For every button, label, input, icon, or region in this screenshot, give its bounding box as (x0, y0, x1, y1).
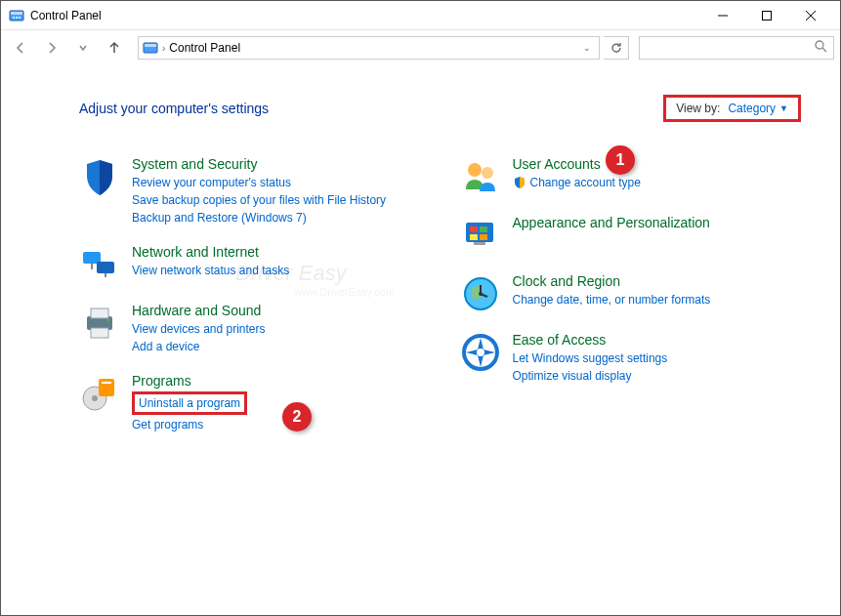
category-network: Network and Internet View network status… (79, 244, 421, 285)
svg-rect-19 (91, 328, 108, 338)
view-by-value: Category (728, 102, 776, 115)
ease-access-icon (460, 332, 501, 373)
nav-bar: › Control Panel ⌄ (1, 30, 840, 65)
svg-point-26 (482, 167, 493, 179)
svg-point-3 (16, 17, 18, 19)
svg-rect-23 (99, 379, 114, 396)
change-account-type-link[interactable]: Change account type (530, 174, 641, 191)
recent-dropdown[interactable] (69, 34, 97, 62)
programs-icon (79, 373, 120, 414)
right-column: User Accounts Change account type (460, 156, 802, 451)
refresh-icon (610, 41, 623, 55)
svg-rect-24 (102, 382, 111, 384)
category-hardware: Hardware and Sound View devices and prin… (79, 303, 421, 355)
change-date-time-link[interactable]: Change date, time, or number formats (513, 291, 802, 308)
svg-point-25 (468, 163, 482, 177)
devices-printers-link[interactable]: View devices and printers (132, 320, 421, 338)
review-status-link[interactable]: Review your computer's status (132, 174, 421, 191)
close-button[interactable] (788, 1, 832, 30)
svg-rect-32 (474, 242, 485, 245)
clock-icon (460, 273, 501, 314)
minimize-icon (718, 11, 728, 21)
svg-rect-18 (91, 308, 108, 318)
category-system-security: System and Security Review your computer… (79, 156, 421, 226)
svg-rect-6 (762, 11, 771, 20)
svg-rect-1 (11, 12, 22, 15)
uninstall-program-link[interactable]: Uninstall a program (132, 391, 247, 415)
breadcrumb-chevron-icon: › (162, 43, 165, 54)
back-arrow-icon (13, 40, 28, 56)
backup-restore-link[interactable]: Backup and Restore (Windows 7) (132, 209, 421, 226)
up-button[interactable] (101, 34, 128, 62)
svg-point-2 (13, 17, 15, 19)
chevron-down-icon: ▼ (779, 103, 788, 113)
forward-button[interactable] (38, 34, 65, 62)
category-appearance: Appearance and Personalization (460, 215, 802, 256)
svg-rect-29 (480, 226, 487, 232)
close-icon (806, 11, 816, 21)
svg-point-20 (107, 319, 110, 322)
refresh-button[interactable] (604, 36, 629, 60)
svg-rect-14 (97, 262, 114, 273)
annotation-1: 1 (606, 145, 635, 175)
up-arrow-icon (106, 40, 122, 56)
windows-suggest-link[interactable]: Let Windows suggest settings (513, 349, 802, 367)
shield-icon (79, 156, 120, 197)
window-title: Control Panel (30, 9, 102, 22)
svg-rect-30 (470, 234, 478, 240)
back-button[interactable] (7, 34, 34, 62)
search-icon (815, 40, 827, 56)
clock-region-link[interactable]: Clock and Region (513, 273, 802, 289)
title-bar: Control Panel (1, 1, 840, 30)
svg-point-38 (477, 349, 484, 356)
user-accounts-link[interactable]: User Accounts (513, 156, 802, 172)
category-clock: Clock and Region Change date, time, or n… (460, 273, 802, 314)
svg-rect-10 (145, 44, 156, 47)
network-internet-link[interactable]: Network and Internet (132, 244, 421, 260)
breadcrumb-text[interactable]: Control Panel (169, 41, 240, 55)
minimize-button[interactable] (700, 1, 744, 30)
category-ease-access: Ease of Access Let Windows suggest setti… (460, 332, 802, 385)
content-area: Driver Easy www.DriverEasy.com Adjust yo… (1, 65, 840, 471)
network-status-link[interactable]: View network status and tasks (132, 262, 421, 279)
svg-point-4 (19, 17, 21, 19)
ease-access-link[interactable]: Ease of Access (513, 332, 802, 348)
search-box[interactable] (639, 36, 834, 60)
view-by-control: View by: Category ▼ (663, 95, 801, 122)
svg-rect-28 (470, 226, 478, 232)
page-title: Adjust your computer's settings (79, 101, 269, 116)
shield-small-icon (513, 176, 526, 189)
optimize-display-link[interactable]: Optimize visual display (513, 367, 802, 385)
system-security-link[interactable]: System and Security (132, 156, 421, 172)
add-device-link[interactable]: Add a device (132, 338, 421, 355)
breadcrumb-dropdown[interactable]: ⌄ (579, 43, 595, 53)
control-panel-small-icon (143, 40, 158, 56)
appearance-link[interactable]: Appearance and Personalization (513, 215, 802, 230)
printer-icon (79, 303, 120, 344)
maximize-button[interactable] (744, 1, 788, 30)
chevron-down-icon (78, 43, 88, 53)
appearance-icon (460, 215, 501, 256)
svg-line-12 (822, 48, 826, 52)
breadcrumb[interactable]: › Control Panel ⌄ (138, 36, 600, 60)
control-panel-icon (9, 8, 24, 23)
maximize-icon (762, 11, 772, 21)
view-by-label: View by: (676, 102, 720, 115)
user-accounts-icon (460, 156, 501, 197)
search-input[interactable] (646, 41, 815, 55)
annotation-2: 2 (282, 402, 312, 431)
get-programs-link[interactable]: Get programs (132, 416, 421, 433)
forward-arrow-icon (44, 40, 60, 56)
view-by-dropdown[interactable]: Category ▼ (728, 102, 788, 115)
programs-link[interactable]: Programs (132, 373, 421, 389)
svg-rect-31 (480, 234, 487, 240)
svg-point-11 (816, 41, 823, 49)
network-icon (79, 244, 120, 285)
left-column: System and Security Review your computer… (79, 156, 421, 451)
file-history-link[interactable]: Save backup copies of your files with Fi… (132, 191, 421, 209)
svg-point-22 (92, 395, 98, 401)
category-programs: Programs Uninstall a program Get program… (79, 373, 421, 433)
hardware-sound-link[interactable]: Hardware and Sound (132, 303, 421, 318)
